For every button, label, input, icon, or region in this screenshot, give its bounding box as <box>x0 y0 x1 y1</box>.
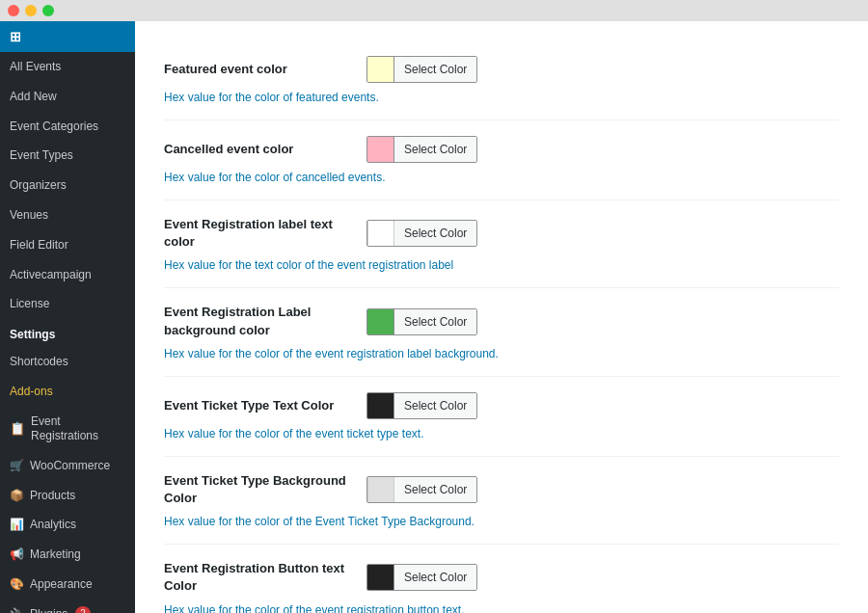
sidebar-item-label: Appearance <box>30 576 93 593</box>
sidebar-item-appearance[interactable]: 🎨 Appearance <box>0 570 135 600</box>
select-color-button[interactable]: Select Color <box>394 308 476 335</box>
sidebar-item-marketing[interactable]: 📢 Marketing <box>0 540 135 570</box>
color-field-hint: Hex value for the color of the event tic… <box>164 427 839 440</box>
plugins-icon: 🔌 <box>10 606 24 613</box>
color-preview-button[interactable]: Select Color <box>366 56 477 83</box>
color-field-row: Event Ticket Type Background ColorSelect… <box>164 457 839 545</box>
sidebar-item-venues[interactable]: Venues <box>0 200 135 230</box>
color-field-top: Event Registration Label background colo… <box>164 304 839 338</box>
color-field-hint: Hex value for the color of featured even… <box>164 91 839 104</box>
sidebar-item-label: EventRegistrations <box>31 414 98 444</box>
color-field-row: Event Registration Button text ColorSele… <box>164 545 839 613</box>
color-field-row: Event Ticket Type Text ColorSelect Color… <box>164 377 839 457</box>
color-field-top: Event Registration label text colorSelec… <box>164 216 839 251</box>
sidebar-item-label: Plugins <box>30 606 68 613</box>
color-field-row: Featured event colorSelect ColorHex valu… <box>164 40 839 120</box>
sidebar-item-label: Organizers <box>10 177 67 194</box>
sidebar-item-label: Shortcodes <box>10 354 68 370</box>
select-color-button[interactable]: Select Color <box>394 220 476 247</box>
minimize-button[interactable] <box>25 5 37 16</box>
color-field-top: Event Registration Button text ColorSele… <box>164 560 839 595</box>
color-field-label: Event Registration label text color <box>164 216 357 251</box>
color-field-top: Event Ticket Type Text ColorSelect Color <box>164 392 839 419</box>
color-swatch <box>367 392 394 419</box>
sidebar-item-all-events[interactable]: All Events <box>0 52 135 82</box>
analytics-icon: 📊 <box>10 517 24 533</box>
sidebar-item-label: Venues <box>10 207 48 224</box>
color-swatch <box>367 564 394 591</box>
color-preview-button[interactable]: Select Color <box>366 392 477 419</box>
sidebar-item-label: Field Editor <box>10 237 68 253</box>
sidebar-item-label: Analytics <box>30 517 76 533</box>
sidebar-item-activecampaign[interactable]: Activecampaign <box>0 260 135 290</box>
color-preview-button[interactable]: Select Color <box>366 564 477 591</box>
color-field-row: Event Registration label text colorSelec… <box>164 200 839 288</box>
sidebar-item-addons[interactable]: Add-ons <box>0 377 135 407</box>
products-icon: 📦 <box>10 488 24 504</box>
color-swatch <box>367 56 394 83</box>
color-preview-button[interactable]: Select Color <box>366 220 477 247</box>
sidebar-item-label: Products <box>30 488 75 504</box>
color-field-hint: Hex value for the color of cancelled eve… <box>164 171 839 184</box>
select-color-button[interactable]: Select Color <box>394 392 476 419</box>
event-manager-icon: ⊞ <box>10 29 21 44</box>
color-field-label: Event Registration Label background colo… <box>164 304 357 338</box>
sidebar-item-label: Event Categories <box>10 119 98 135</box>
titlebar <box>0 0 868 21</box>
color-preview-button[interactable]: Select Color <box>366 136 477 163</box>
color-field-hint: Hex value for the color of the event reg… <box>164 347 839 360</box>
main-content: Featured event colorSelect ColorHex valu… <box>135 21 868 613</box>
color-field-hint: Hex value for the color of the Event Tic… <box>164 515 839 528</box>
sidebar-item-label: WooCommerce <box>30 458 110 474</box>
close-button[interactable] <box>8 5 19 16</box>
sidebar-item-event-categories[interactable]: Event Categories <box>0 112 135 142</box>
sidebar-header: ⊞ <box>0 21 135 52</box>
color-field-label: Event Ticket Type Background Color <box>164 472 357 507</box>
color-field-hint: Hex value for the text color of the even… <box>164 258 839 272</box>
color-preview-button[interactable]: Select Color <box>366 308 477 335</box>
sidebar-item-settings[interactable]: Settings <box>0 319 135 347</box>
color-preview-button[interactable]: Select Color <box>366 476 477 503</box>
sidebar-item-woocommerce[interactable]: 🛒 WooCommerce <box>0 451 135 481</box>
sidebar-item-shortcodes[interactable]: Shortcodes <box>0 347 135 377</box>
sidebar-item-label: Add New <box>10 89 57 105</box>
plugins-badge: 2 <box>75 606 91 613</box>
marketing-icon: 📢 <box>10 546 24 563</box>
color-field-label: Event Ticket Type Text Color <box>164 397 357 414</box>
color-field-label: Event Registration Button text Color <box>164 560 357 595</box>
color-swatch <box>367 136 394 163</box>
select-color-button[interactable]: Select Color <box>394 56 476 83</box>
color-field-label: Featured event color <box>164 61 357 78</box>
color-field-row: Cancelled event colorSelect ColorHex val… <box>164 120 839 200</box>
sidebar-item-plugins[interactable]: 🔌 Plugins 2 <box>0 600 135 613</box>
select-color-button[interactable]: Select Color <box>394 564 476 591</box>
sidebar-item-analytics[interactable]: 📊 Analytics <box>0 510 135 540</box>
sidebar-item-event-types[interactable]: Event Types <box>0 141 135 171</box>
sidebar-item-event-registrations[interactable]: 📋 EventRegistrations <box>0 407 135 451</box>
sidebar-item-label: All Events <box>10 59 61 75</box>
color-field-top: Featured event colorSelect Color <box>164 56 839 83</box>
sidebar-item-label: Event Types <box>10 147 73 164</box>
sidebar-item-label: Add-ons <box>10 384 53 400</box>
woocommerce-icon: 🛒 <box>10 458 24 474</box>
sidebar-item-label: Marketing <box>30 546 81 563</box>
sidebar-item-license[interactable]: License <box>0 289 135 319</box>
sidebar-item-label: License <box>10 296 49 312</box>
appearance-icon: 🎨 <box>10 576 24 593</box>
select-color-button[interactable]: Select Color <box>394 136 476 163</box>
color-field-top: Cancelled event colorSelect Color <box>164 136 839 163</box>
sidebar-item-label: Activecampaign <box>10 267 92 283</box>
color-swatch <box>367 476 394 503</box>
sidebar-item-field-editor[interactable]: Field Editor <box>0 230 135 260</box>
color-field-row: Event Registration Label background colo… <box>164 288 839 376</box>
event-registrations-icon: 📋 <box>10 420 25 438</box>
color-field-hint: Hex value for the color of the event reg… <box>164 603 839 614</box>
sidebar-item-label: Settings <box>10 327 55 343</box>
maximize-button[interactable] <box>42 5 54 16</box>
sidebar-item-organizers[interactable]: Organizers <box>0 171 135 200</box>
sidebar: ⊞ All Events Add New Event Categories Ev… <box>0 21 135 613</box>
sidebar-item-products[interactable]: 📦 Products <box>0 481 135 511</box>
sidebar-item-add-new[interactable]: Add New <box>0 82 135 112</box>
select-color-button[interactable]: Select Color <box>394 476 476 503</box>
color-swatch <box>367 220 394 247</box>
